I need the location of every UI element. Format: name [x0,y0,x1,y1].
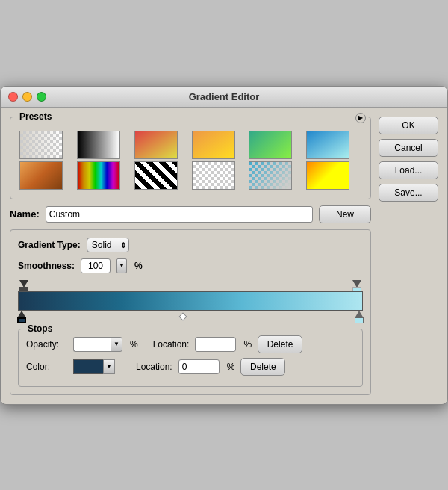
color-location-label: Location: [136,362,172,372]
smoothness-row: Smoothness: ▼ % [18,258,363,273]
midpoint-marker[interactable] [178,312,187,320]
preset-swatch-12[interactable] [306,161,349,190]
preset-swatch-8[interactable] [77,161,120,190]
opacity-input-wrapper: ▼ [73,337,122,352]
preset-swatch-10[interactable] [192,161,235,190]
color-label: Color: [26,362,67,372]
color-location-input[interactable] [178,359,220,374]
new-button[interactable]: New [319,205,371,223]
cancel-button[interactable]: Cancel [379,139,438,157]
preset-swatch-7[interactable] [19,161,63,190]
maximize-button[interactable] [37,92,46,102]
gradient-editor-window: Gradient Editor Presets ▶ [0,86,448,405]
smoothness-label: Smoothness: [18,261,75,271]
color-stops-row [18,311,363,324]
opacity-value-input[interactable] [73,337,111,352]
color-delete-button[interactable]: Delete [240,358,285,376]
titlebar: Gradient Editor [1,87,447,108]
color-stop-right[interactable] [355,311,364,323]
color-preview [73,359,103,374]
ok-button[interactable]: OK [379,117,438,134]
main-content: Presets ▶ [1,108,447,404]
opacity-stop-left[interactable] [19,280,28,291]
opacity-stops-row [18,281,363,291]
stops-label: Stops [25,323,55,334]
window-controls [8,92,46,102]
name-label: Name: [10,208,40,220]
preset-swatch-9[interactable] [134,161,178,190]
minimize-button[interactable] [22,92,32,102]
right-panel: OK Cancel Load... Save... [379,117,438,395]
color-dropdown-icon: ▼ [103,359,115,374]
gradient-type-row: Gradient Type: Solid Noise ⇕ [18,238,363,252]
color-swatch-button[interactable]: ▼ [73,359,115,374]
presets-grid [16,128,364,193]
opacity-loc-pct: % [243,339,252,350]
color-stop-row: Color: ▼ Location: % Delete [26,358,355,376]
presets-group: Presets ▶ [10,117,371,199]
smoothness-input[interactable] [81,258,111,273]
gradient-type-select-wrapper: Solid Noise ⇕ [87,238,129,252]
color-loc-pct: % [227,362,235,372]
left-panel: Presets ▶ [10,117,371,395]
gradient-bar[interactable] [18,291,363,311]
gradient-bar-container [18,281,363,324]
presets-label: Presets [16,111,55,122]
opacity-delete-button[interactable]: Delete [258,335,302,353]
opacity-location-label: Location: [153,339,190,350]
color-stop-left[interactable] [17,311,26,323]
gradient-controls: Gradient Type: Solid Noise ⇕ Smoothness:… [10,229,371,395]
window-title: Gradient Editor [189,91,260,102]
opacity-dropdown-button[interactable]: ▼ [111,337,122,352]
presets-nav-button[interactable]: ▶ [355,113,366,123]
preset-swatch-3[interactable] [134,131,178,159]
preset-swatch-5[interactable] [249,131,292,159]
opacity-stop-row: Opacity: ▼ % Location: % Delete [26,335,355,353]
save-button[interactable]: Save... [379,184,438,202]
preset-swatch-1[interactable] [19,131,63,159]
close-button[interactable] [8,92,18,102]
preset-swatch-4[interactable] [192,131,235,159]
opacity-pct-label: % [130,339,138,350]
opacity-label: Opacity: [26,339,67,350]
smoothness-dropdown[interactable]: ▼ [116,258,127,273]
opacity-stop-right[interactable] [352,280,361,291]
preset-swatch-2[interactable] [77,131,120,159]
name-input[interactable] [46,206,313,223]
smoothness-pct: % [134,261,143,271]
stops-section: Stops Opacity: ▼ % Location: % Delete [18,329,363,387]
preset-swatch-6[interactable] [306,131,349,159]
load-button[interactable]: Load... [379,161,438,179]
gradient-type-label: Gradient Type: [18,240,81,250]
gradient-type-select[interactable]: Solid Noise [87,238,129,252]
name-row: Name: New [10,205,371,223]
preset-swatch-11[interactable] [249,161,292,190]
opacity-location-input[interactable] [195,337,236,352]
